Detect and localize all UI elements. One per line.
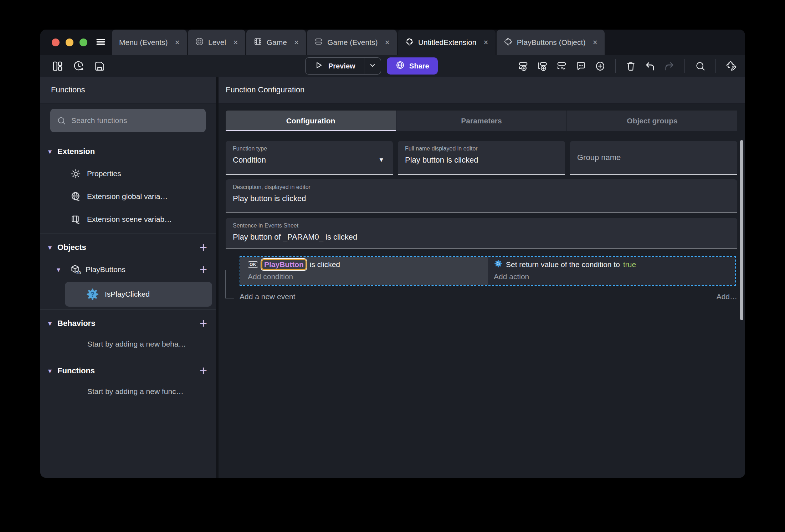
share-label: Share [409,62,429,70]
version-history-icon[interactable] [73,60,84,72]
globe-variable-icon [70,191,81,202]
gear-icon [70,168,81,179]
chevron-down-icon[interactable]: ▾ [48,367,57,375]
sidebar-title: Functions [40,77,216,103]
actions-column[interactable]: Set return value of the condition to tru… [488,257,735,285]
sidebar-item-properties[interactable]: Properties [40,162,216,185]
section-objects[interactable]: ▾ Objects + [40,237,216,258]
tab-playbuttons-object[interactable]: PlayButtons (Object) × [497,30,605,55]
sidebar-item-extension-scene-variables[interactable]: Extension scene variab… [40,208,216,231]
add-condition-link[interactable]: Add condition [248,271,488,283]
sidebar-item-isplayclicked-selected[interactable]: ? IsPlayClicked [65,282,212,307]
tab-game[interactable]: Game × [246,30,306,55]
close-tab-icon[interactable]: × [233,38,238,47]
toolbar-separator [684,59,685,73]
action-boolean-value: true [623,260,636,269]
tab-configuration[interactable]: Configuration [226,111,396,131]
play-icon [314,61,323,72]
search-icon [57,116,66,126]
app-window: Menu (Events) × Level × Game × Game (Eve… [40,30,745,478]
dropdown-caret-icon[interactable]: ▼ [378,157,384,164]
sidebar-item-extension-global-variables[interactable]: Extension global varia… [40,185,216,208]
full-name-field[interactable]: Full name displayed in editor Play butto… [398,141,565,175]
add-behavior-button[interactable]: + [200,318,207,329]
toolbar-separator [715,59,716,73]
close-tab-icon[interactable]: × [294,38,299,47]
preview-split-button: Preview [305,57,381,75]
sentence-value: Play button of _PARAM0_ is clicked [233,232,730,242]
tab-label: Game [267,38,287,47]
description-value: Play button is clicked [233,194,730,203]
close-tab-icon[interactable]: × [483,38,488,47]
section-extension[interactable]: ▾ Extension [40,141,216,162]
sidebar-item-playbuttons[interactable]: ▾ 2D PlayButtons + [40,258,216,281]
vertical-scrollbar[interactable] [740,140,743,320]
add-free-function-button[interactable]: + [200,365,207,376]
conditions-column[interactable]: OK PlayButton is clicked Add condition [240,257,488,285]
add-object-button[interactable]: + [200,242,207,253]
scene-variable-icon [70,214,81,225]
section-functions[interactable]: ▾ Functions + [40,360,216,382]
description-field[interactable]: Description, displayed in editor Play bu… [226,179,737,213]
configuration-tabs: Configuration Parameters Object groups [226,111,737,131]
editor-tabs: Menu (Events) × Level × Game × Game (Eve… [112,30,605,55]
add-action-link[interactable]: Add action [494,271,735,283]
action-text: Set return value of the condition to [506,260,620,269]
section-behaviors[interactable]: ▾ Behaviors + [40,313,216,334]
add-more-link[interactable]: Add… [717,292,737,301]
sentence-field[interactable]: Sentence in Events Sheet Play button of … [226,218,737,249]
gdevelop-gear-icon [494,259,503,270]
condition-object-name[interactable]: PlayButton [261,259,307,270]
chevron-down-icon[interactable]: ▾ [48,319,57,328]
function-type-field[interactable]: Function type Condition ▼ [226,141,393,175]
tab-label: UntitledExtension [418,38,476,47]
tab-level[interactable]: Level × [188,30,245,55]
search-icon[interactable] [695,61,706,72]
tab-game-events[interactable]: Game (Events) × [307,30,397,55]
sidebar-divider [40,357,216,357]
open-panels-icon[interactable] [52,60,63,72]
group-name-input[interactable] [577,153,730,162]
tab-label: PlayButtons (Object) [517,38,586,47]
preview-options-button[interactable] [364,61,381,71]
preview-button[interactable]: Preview [306,61,364,72]
chevron-down-icon[interactable]: ▾ [48,147,57,156]
close-tab-icon[interactable]: × [385,38,389,47]
group-name-field[interactable] [570,141,737,175]
zoom-window-button[interactable] [79,39,87,46]
add-circle-icon[interactable] [595,61,606,72]
object-2d-icon: 2D [70,264,82,276]
tab-menu-events[interactable]: Menu (Events) × [112,30,187,55]
window-controls [40,30,95,55]
selected-event[interactable]: OK PlayButton is clicked Add condition S… [240,256,736,286]
save-icon[interactable] [94,60,106,72]
tab-parameters[interactable]: Parameters [396,111,566,131]
edit-extension-icon[interactable] [725,61,737,72]
add-new-event-link[interactable]: Add a new event [240,292,295,301]
chevron-down-icon[interactable]: ▾ [48,243,57,252]
panel-divider [216,77,219,478]
close-tab-icon[interactable]: × [175,38,180,47]
add-event-icon[interactable] [518,61,529,72]
search-functions-box[interactable] [50,109,206,132]
tab-object-groups[interactable]: Object groups [566,111,737,131]
events-sheet-icon [314,37,323,48]
delete-icon[interactable] [625,61,636,72]
tab-untitled-extension[interactable]: UntitledExtension × [398,30,496,55]
minimize-window-button[interactable] [66,39,73,46]
globe-icon [395,60,405,72]
undo-icon[interactable] [645,61,656,72]
main-menu-icon[interactable] [95,36,106,49]
add-other-event-icon[interactable] [556,61,567,72]
close-tab-icon[interactable]: × [592,38,597,47]
close-window-button[interactable] [52,39,60,46]
events-sheet: OK PlayButton is clicked Add condition S… [219,249,745,304]
chevron-down-icon[interactable]: ▾ [57,265,66,274]
add-subevent-icon[interactable] [537,61,548,72]
add-comment-icon[interactable] [575,61,586,72]
search-functions-input[interactable] [71,116,199,125]
add-function-to-object-button[interactable]: + [200,264,207,275]
share-button[interactable]: Share [387,57,438,75]
redo-icon[interactable] [664,61,675,72]
extension-puzzle-icon [405,37,414,48]
